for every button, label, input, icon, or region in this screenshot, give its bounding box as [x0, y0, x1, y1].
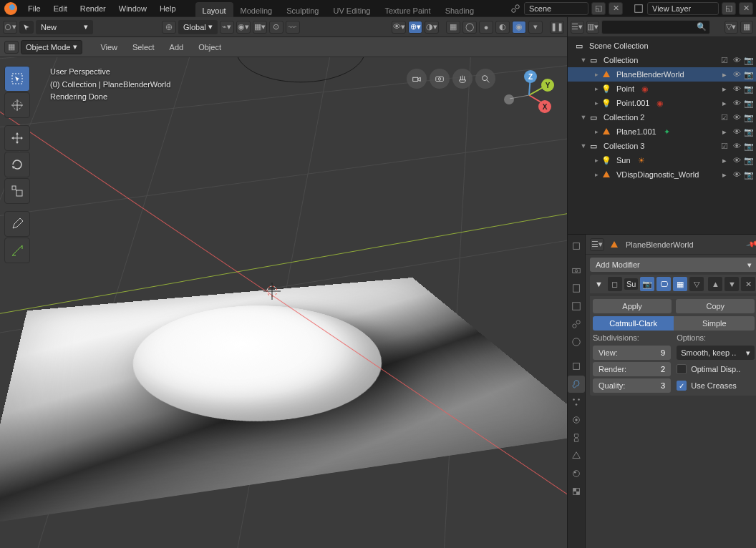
xray-button[interactable]: ▦	[446, 21, 460, 34]
tree-item-point001[interactable]: ▸ 💡 Point.001 ◉ ▸👁📷	[568, 96, 756, 110]
camera-icon[interactable]: 📷	[744, 55, 754, 65]
gizmo-x[interactable]: X	[538, 100, 551, 113]
tree-collection-2[interactable]: ▼ ▭ Collection 2 ☑👁📷	[568, 110, 756, 124]
tree-item-vdisp[interactable]: ▸ VDispDiagnostic_World ▸👁📷	[568, 167, 756, 182]
gizmo-toggle-button[interactable]: ⊕▾	[408, 21, 422, 34]
select-icon[interactable]: ▸	[719, 127, 730, 137]
view-visibility-button[interactable]: 👁▾	[392, 21, 406, 34]
menu-edit[interactable]: Edit	[47, 0, 74, 17]
eye-icon[interactable]: 👁	[732, 170, 742, 180]
camera-icon[interactable]: 📷	[744, 155, 754, 165]
select-icon[interactable]: ▸	[719, 170, 730, 180]
tree-item-plane[interactable]: ▸ PlaneBlenderWorld ▸👁📷	[568, 67, 756, 82]
gizmo-neg[interactable]	[504, 94, 514, 104]
viewport-3d[interactable]: User Perspective (0) Collection | PlaneB…	[0, 57, 567, 548]
gizmo-z[interactable]: Z	[524, 70, 537, 83]
select-icon[interactable]: ▸	[719, 69, 730, 79]
snap-button[interactable]: ⌁▾	[220, 21, 234, 34]
exclude-icon[interactable]: ☑	[719, 112, 730, 122]
navigation-gizmo[interactable]: X Y Z	[504, 70, 554, 120]
tree-item-plane1[interactable]: ▸ Plane1.001 ✦ ▸👁📷	[568, 124, 756, 139]
pause-render-button[interactable]: ❚❚	[550, 21, 564, 34]
cursor-tool-button[interactable]	[19, 21, 34, 34]
outliner-search-input[interactable]	[601, 20, 710, 34]
eye-icon[interactable]: 👁	[732, 141, 742, 151]
pin-icon[interactable]: 📌	[746, 238, 756, 250]
view-menu[interactable]: View	[94, 39, 124, 56]
annotate-tool[interactable]	[4, 211, 30, 237]
mod-display-edit-button[interactable]: ▦	[673, 277, 687, 291]
prop-tab-viewlayer[interactable]	[568, 298, 585, 315]
tab-texpaint[interactable]: Texture Paint	[377, 2, 437, 17]
prop-tab-scene[interactable]	[568, 315, 585, 333]
viewlayer-input[interactable]	[647, 2, 719, 15]
mod-movedown-button[interactable]: ▼	[724, 277, 739, 291]
tab-uvediting[interactable]: UV Editing	[326, 2, 377, 17]
camera-icon[interactable]: 📷	[744, 112, 754, 122]
menu-help[interactable]: Help	[153, 0, 183, 17]
collection-dropdown[interactable]: New▾	[36, 20, 93, 34]
camera-icon[interactable]: 📷	[744, 69, 754, 79]
snap-toggle-button[interactable]: ⊙	[269, 21, 284, 34]
zoom-button[interactable]	[475, 69, 495, 89]
tree-item-point[interactable]: ▸ 💡 Point ◉ ▸👁📷	[568, 82, 756, 96]
select-icon[interactable]: ▸	[719, 155, 730, 165]
subdivision-type-segment[interactable]: Catmull-Clark Simple	[593, 316, 755, 331]
viewlayer-browse-button[interactable]: ◱	[722, 2, 736, 15]
eye-icon[interactable]: 👁	[732, 127, 742, 137]
eye-icon[interactable]: 👁	[732, 155, 742, 165]
scene-browse-button[interactable]: ◱	[591, 2, 606, 15]
catmull-button[interactable]: Catmull-Clark	[593, 316, 674, 331]
camera-icon[interactable]: 📷	[744, 98, 754, 108]
select-menu[interactable]: Select	[126, 39, 161, 56]
select-icon[interactable]: ▸	[719, 84, 730, 94]
prop-type-button[interactable]: ☰▾	[590, 238, 604, 251]
prop-tab-particles[interactable]	[568, 393, 585, 411]
prop-tab-tool[interactable]	[568, 238, 585, 255]
eye-icon[interactable]: 👁	[732, 55, 742, 65]
menu-render[interactable]: Render	[74, 0, 112, 17]
measure-tool[interactable]	[4, 238, 30, 263]
mod-delete-button[interactable]: ✕	[741, 277, 755, 291]
tab-sculpting[interactable]: Sculpting	[279, 2, 326, 17]
prop-tab-physics[interactable]	[568, 411, 585, 429]
use-creases-check[interactable]: ✓Use Creases	[677, 378, 755, 393]
scale-tool[interactable]	[4, 178, 30, 204]
outliner-display-button[interactable]: ▥▾	[586, 21, 600, 34]
object-menu[interactable]: Object	[192, 39, 228, 56]
menu-file[interactable]: File	[21, 0, 47, 17]
gizmo-y[interactable]: Y	[541, 79, 554, 92]
simple-button[interactable]: Simple	[674, 316, 755, 331]
camera-view-button[interactable]	[407, 69, 427, 89]
tab-layout[interactable]: Layout	[195, 2, 233, 17]
cursor-tool[interactable]	[4, 92, 30, 118]
shading-solid-button[interactable]: ●	[479, 21, 493, 34]
tab-modeling[interactable]: Modeling	[233, 2, 280, 17]
view-field[interactable]: View:9	[593, 346, 671, 360]
prop-tab-data[interactable]	[568, 447, 585, 464]
mod-moveup-button[interactable]: ▲	[708, 277, 722, 291]
mod-display-viewport-button[interactable]: 🖵	[656, 277, 671, 291]
prop-tab-render[interactable]	[568, 262, 585, 279]
menu-window[interactable]: Window	[112, 0, 153, 17]
curve-button[interactable]: 〰	[286, 21, 300, 34]
mode-icon-button[interactable]: ▦	[4, 41, 19, 54]
outliner-type-button[interactable]: ☰▾	[571, 21, 584, 34]
add-modifier-button[interactable]: Add Modifier▾	[590, 258, 756, 272]
eye-icon[interactable]: 👁	[732, 84, 742, 94]
mode-dropdown[interactable]: Object Mode ▾	[21, 40, 82, 54]
scene-name-input[interactable]	[524, 2, 588, 15]
quality-field[interactable]: Quality:3	[593, 378, 671, 393]
shading-options-button[interactable]: ▾	[528, 21, 543, 34]
orientation-icon-button[interactable]	[162, 21, 176, 34]
prop-tab-modifier[interactable]	[568, 376, 585, 393]
tree-collection-3[interactable]: ▼ ▭ Collection 3 ☑👁📷	[568, 139, 756, 153]
exclude-icon[interactable]: ☑	[719, 55, 730, 65]
tab-shading[interactable]: Shading	[438, 2, 481, 17]
uv-smooth-dropdown[interactable]: Smooth, keep ..▾	[677, 346, 755, 360]
prop-tab-output[interactable]	[568, 280, 585, 297]
optimal-display-check[interactable]: Optimal Disp..	[677, 362, 755, 376]
shading-rendered-button[interactable]: ◉	[512, 21, 526, 34]
tree-scene-collection[interactable]: ▭ Scene Collection	[568, 39, 756, 53]
tree-item-sun[interactable]: ▸ 💡 Sun ☀ ▸👁📷	[568, 153, 756, 167]
